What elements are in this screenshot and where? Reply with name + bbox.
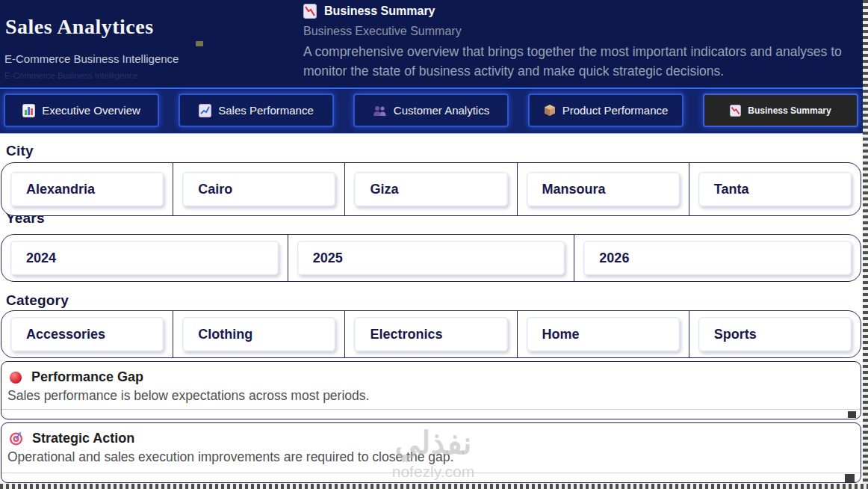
summary-title: Business Summary — [324, 4, 435, 18]
panel-description: Sales performance is below expectations … — [1, 385, 861, 404]
category-slicer: Accessories Clothing Electronics Home Sp… — [1, 310, 861, 358]
horizontal-scrollbar — [1, 473, 861, 482]
business-summary-header: Business Summary Business Executive Summ… — [303, 3, 862, 81]
summary-description: A comprehensive overview that brings tog… — [303, 42, 860, 81]
tab-bar: Executive Overview Sales Performance Cus… — [0, 87, 868, 134]
tab-label: Executive Overview — [42, 104, 140, 117]
horizontal-scrollbar — [1, 409, 861, 419]
scrollbar-thumb[interactable] — [848, 411, 856, 418]
category-option-electronics[interactable]: Electronics — [354, 317, 507, 351]
dashboard: Sales Analytices E-Commerce Business Int… — [0, 0, 868, 489]
filter-label-city: City — [6, 143, 34, 159]
performance-gap-panel: Performance Gap Sales performance is bel… — [1, 361, 861, 419]
city-option-mansoura[interactable]: Mansoura — [527, 172, 680, 206]
panel-title: Strategic Action — [32, 431, 134, 446]
tab-product-performance[interactable]: Product Performance — [528, 93, 683, 127]
tab-label: Business Summary — [748, 105, 831, 116]
filter-label-category: Category — [6, 292, 69, 309]
tab-label: Customer Analytics — [394, 104, 489, 117]
year-option-2026[interactable]: 2026 — [583, 241, 852, 275]
chart-decreasing-icon — [730, 105, 741, 117]
report-canvas: City Alexandria Cairo Giza Mansoura Tant… — [0, 135, 868, 489]
category-option-clothing[interactable]: Clothing — [182, 317, 335, 351]
city-option-alexandria[interactable]: Alexandria — [10, 172, 164, 206]
page-subtitle-ghost: E-Commerce Business Intelligence — [4, 71, 138, 80]
city-option-cairo[interactable]: Cairo — [182, 172, 335, 206]
selection-edge-right — [863, 0, 868, 489]
tab-business-summary[interactable]: Business Summary — [703, 93, 858, 127]
tab-executive-overview[interactable]: Executive Overview — [4, 93, 159, 127]
decorative-dot — [196, 41, 203, 46]
selection-edge-bottom — [0, 484, 868, 489]
category-option-home[interactable]: Home — [527, 317, 680, 351]
tab-sales-performance[interactable]: Sales Performance — [179, 93, 334, 127]
city-option-giza[interactable]: Giza — [354, 172, 507, 206]
header: Sales Analytices E-Commerce Business Int… — [0, 0, 868, 87]
tab-label: Product Performance — [562, 104, 669, 117]
panel-title: Performance Gap — [31, 369, 143, 385]
bar-chart-icon — [22, 104, 35, 117]
year-option-2025[interactable]: 2025 — [297, 241, 565, 275]
tab-label: Sales Performance — [218, 104, 314, 117]
scrollbar-thumb[interactable] — [845, 474, 855, 482]
people-icon — [373, 105, 387, 117]
summary-subtitle: Business Executive Summary — [303, 25, 862, 38]
page-subtitle: E-Commerce Business Intelligence — [4, 52, 179, 65]
target-icon — [9, 431, 23, 446]
years-slicer: 2024 2025 2026 — [1, 234, 861, 282]
chart-increasing-icon — [199, 104, 211, 117]
category-option-accessories[interactable]: Accessories — [10, 317, 164, 351]
package-icon — [544, 104, 556, 117]
page-title: Sales Analytices — [5, 15, 154, 39]
category-option-sports[interactable]: Sports — [698, 317, 852, 351]
strategic-action-panel: Strategic Action Operational and sales e… — [1, 422, 861, 483]
panel-description: Operational and sales execution improvem… — [1, 446, 861, 465]
year-option-2024[interactable]: 2024 — [10, 241, 279, 275]
tab-customer-analytics[interactable]: Customer Analytics — [353, 93, 509, 127]
chart-decreasing-icon — [303, 4, 317, 19]
city-option-tanta[interactable]: Tanta — [698, 172, 852, 206]
city-slicer: Alexandria Cairo Giza Mansoura Tanta — [1, 162, 861, 216]
red-circle-icon — [9, 371, 22, 384]
